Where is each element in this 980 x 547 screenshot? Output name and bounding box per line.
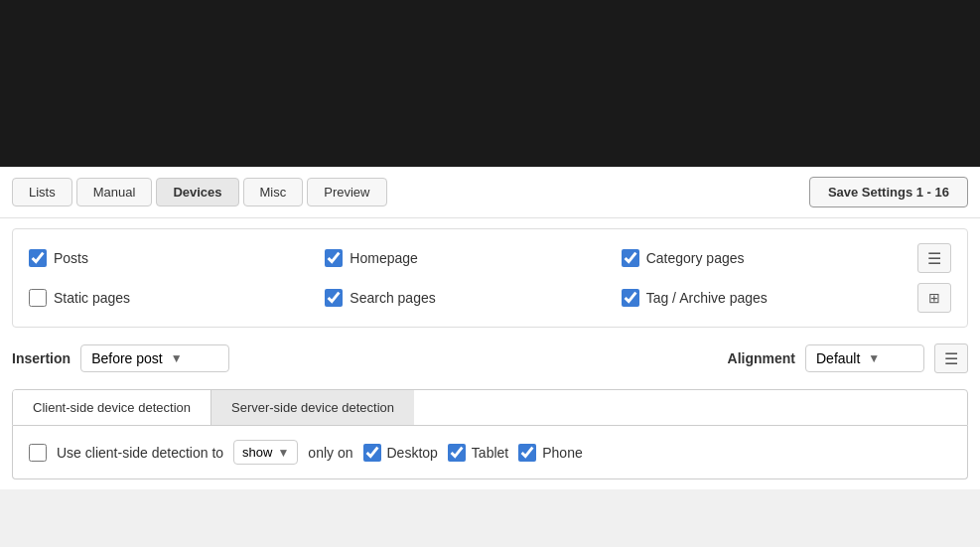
alignment-value: Default [816,350,860,366]
homepage-label: Homepage [350,250,418,266]
tabs-toolbar: Lists Manual Devices Misc Preview Save S… [0,167,980,218]
bottom-bar [0,489,980,519]
only-on-text: only on [308,445,352,461]
tab-lists[interactable]: Lists [12,178,72,206]
desktop-checkbox[interactable] [363,444,381,462]
phone-label: Phone [542,445,582,461]
posts-checkbox-item: Posts [29,249,325,267]
search-pages-label: Search pages [350,290,435,306]
insertion-arrow-icon: ▼ [171,351,183,365]
checkboxes-panel: Posts Homepage Category pages ☰ Static p… [12,228,968,328]
category-pages-label: Category pages [646,250,745,266]
insertion-select[interactable]: Before post ▼ [80,344,229,372]
alignment-icon-btn[interactable]: ☰ [934,343,968,373]
category-pages-checkbox-item: Category pages [622,249,917,267]
main-content: Lists Manual Devices Misc Preview Save S… [0,167,980,519]
posts-label: Posts [54,250,88,266]
insertion-label: Insertion [12,350,70,366]
insertion-value: Before post [91,350,163,366]
tab-misc[interactable]: Misc [243,178,304,206]
device-tabs-wrapper: Client-side device detection Server-side… [12,389,968,426]
static-pages-label: Static pages [54,290,130,306]
tab-client-side[interactable]: Client-side device detection [13,390,211,425]
alignment-label: Alignment [728,350,795,366]
posts-checkbox[interactable] [29,249,47,267]
device-detection-content: Use client-side detection to show ▼ only… [12,426,968,479]
static-pages-checkbox[interactable] [29,289,47,307]
category-pages-checkbox[interactable] [622,249,639,267]
alignment-arrow-icon: ▼ [868,351,880,365]
save-settings-button[interactable]: Save Settings 1 - 16 [809,177,968,207]
phone-device-item: Phone [518,444,582,462]
phone-checkbox[interactable] [518,444,536,462]
tablet-checkbox[interactable] [448,444,466,462]
search-pages-checkbox-item: Search pages [325,289,621,307]
desktop-device-item: Desktop [363,444,438,462]
insertion-alignment-row: Insertion Before post ▼ Alignment Defaul… [12,338,968,379]
black-bar [0,0,980,167]
show-arrow-icon: ▼ [277,446,289,460]
icon-btn-lines[interactable]: ☰ [917,243,951,273]
icon-btn-grid[interactable]: ⊞ [917,283,951,313]
tab-preview[interactable]: Preview [307,178,386,206]
tag-archive-label: Tag / Archive pages [646,290,768,306]
alignment-section: Alignment Default ▼ ☰ [728,343,968,373]
tab-server-side[interactable]: Server-side device detection [211,390,414,425]
search-pages-checkbox[interactable] [325,289,343,307]
client-detection-label: Use client-side detection to [57,445,223,461]
tag-archive-checkbox-item: Tag / Archive pages [622,289,917,307]
tab-manual[interactable]: Manual [76,178,153,206]
alignment-select[interactable]: Default ▼ [805,344,924,372]
tab-devices[interactable]: Devices [156,178,238,206]
static-pages-checkbox-item: Static pages [29,289,325,307]
tablet-device-item: Tablet [448,444,508,462]
homepage-checkbox-item: Homepage [325,249,621,267]
show-select[interactable]: show ▼ [233,440,298,465]
tablet-label: Tablet [472,445,508,461]
tag-archive-checkbox[interactable] [622,289,639,307]
homepage-checkbox[interactable] [325,249,343,267]
show-value: show [242,445,272,460]
desktop-label: Desktop [387,445,438,461]
client-detection-checkbox[interactable] [29,444,47,462]
